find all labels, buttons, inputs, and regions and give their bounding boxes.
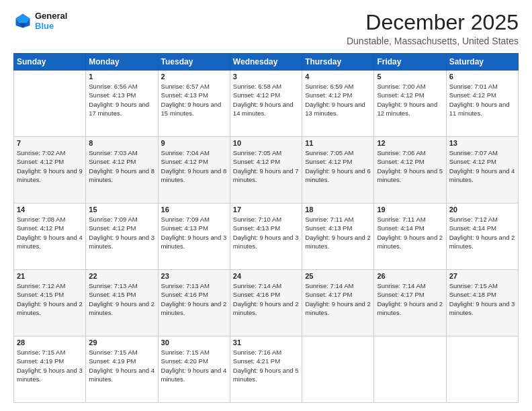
day-number: 22: [89, 272, 154, 280]
day-number: 14: [17, 205, 83, 214]
day-info: Sunrise: 7:05 AMSunset: 4:12 PMDaylight:…: [233, 148, 299, 184]
table-row: 24Sunrise: 7:14 AMSunset: 4:16 PMDayligh…: [230, 270, 302, 336]
logo: General Blue: [13, 11, 67, 31]
table-row: 11Sunrise: 7:05 AMSunset: 4:12 PMDayligh…: [302, 137, 374, 203]
day-number: 10: [233, 139, 299, 147]
calendar-week-row: 1Sunrise: 6:56 AMSunset: 4:13 PMDaylight…: [14, 71, 519, 137]
day-info: Sunrise: 7:14 AMSunset: 4:17 PMDaylight:…: [305, 281, 371, 317]
day-number: 5: [377, 73, 443, 81]
day-info: Sunrise: 7:12 AMSunset: 4:14 PMDaylight:…: [449, 215, 515, 250]
day-info: Sunrise: 7:06 AMSunset: 4:12 PMDaylight:…: [377, 148, 443, 184]
day-number: 4: [305, 73, 371, 81]
day-info: Sunrise: 6:58 AMSunset: 4:12 PMDaylight:…: [233, 82, 299, 118]
col-saturday: Saturday: [446, 54, 518, 71]
calendar-week-row: 14Sunrise: 7:08 AMSunset: 4:12 PMDayligh…: [14, 203, 519, 270]
table-row: [374, 336, 446, 403]
day-number: 30: [161, 338, 227, 347]
table-row: [302, 336, 374, 403]
day-number: 28: [17, 338, 83, 347]
table-row: 21Sunrise: 7:12 AMSunset: 4:15 PMDayligh…: [14, 270, 86, 336]
col-tuesday: Tuesday: [158, 54, 230, 71]
month-title: December 2025: [347, 11, 519, 34]
day-info: Sunrise: 6:56 AMSunset: 4:13 PMDaylight:…: [89, 82, 154, 118]
day-info: Sunrise: 6:57 AMSunset: 4:13 PMDaylight:…: [161, 82, 227, 118]
day-number: 24: [233, 272, 299, 280]
table-row: 20Sunrise: 7:12 AMSunset: 4:14 PMDayligh…: [446, 203, 518, 270]
day-info: Sunrise: 7:14 AMSunset: 4:16 PMDaylight:…: [233, 281, 299, 317]
logo-icon: [13, 11, 32, 30]
col-friday: Friday: [374, 54, 446, 71]
col-thursday: Thursday: [302, 54, 374, 71]
title-block: December 2025 Dunstable, Massachusetts, …: [347, 11, 519, 46]
day-number: 12: [377, 139, 443, 147]
day-info: Sunrise: 7:14 AMSunset: 4:17 PMDaylight:…: [377, 281, 443, 317]
day-number: 16: [161, 205, 227, 214]
table-row: 30Sunrise: 7:15 AMSunset: 4:20 PMDayligh…: [158, 336, 230, 403]
day-info: Sunrise: 7:03 AMSunset: 4:12 PMDaylight:…: [89, 148, 154, 184]
table-row: 22Sunrise: 7:13 AMSunset: 4:15 PMDayligh…: [86, 270, 158, 336]
day-number: 7: [17, 139, 83, 147]
day-info: Sunrise: 7:12 AMSunset: 4:15 PMDaylight:…: [17, 281, 83, 317]
day-info: Sunrise: 7:02 AMSunset: 4:12 PMDaylight:…: [17, 148, 83, 184]
day-number: 15: [89, 205, 154, 214]
location: Dunstable, Massachusetts, United States: [347, 36, 519, 46]
table-row: 4Sunrise: 6:59 AMSunset: 4:12 PMDaylight…: [302, 71, 374, 137]
day-info: Sunrise: 7:15 AMSunset: 4:18 PMDaylight:…: [449, 281, 515, 317]
table-row: 5Sunrise: 7:00 AMSunset: 4:12 PMDaylight…: [374, 71, 446, 137]
table-row: 19Sunrise: 7:11 AMSunset: 4:14 PMDayligh…: [374, 203, 446, 270]
table-row: 10Sunrise: 7:05 AMSunset: 4:12 PMDayligh…: [230, 137, 302, 203]
day-info: Sunrise: 7:09 AMSunset: 4:13 PMDaylight:…: [161, 215, 227, 250]
table-row: 31Sunrise: 7:16 AMSunset: 4:21 PMDayligh…: [230, 336, 302, 403]
header: General Blue December 2025 Dunstable, Ma…: [13, 11, 519, 46]
day-info: Sunrise: 7:04 AMSunset: 4:12 PMDaylight:…: [161, 148, 227, 184]
table-row: 28Sunrise: 7:15 AMSunset: 4:19 PMDayligh…: [14, 336, 86, 403]
day-number: 3: [233, 73, 299, 81]
page: General Blue December 2025 Dunstable, Ma…: [0, 0, 532, 411]
table-row: 16Sunrise: 7:09 AMSunset: 4:13 PMDayligh…: [158, 203, 230, 270]
day-number: 17: [233, 205, 299, 214]
day-number: 31: [233, 338, 299, 347]
day-number: 11: [305, 139, 371, 147]
day-number: 18: [305, 205, 371, 214]
col-monday: Monday: [86, 54, 158, 71]
day-number: 27: [449, 272, 515, 280]
table-row: [14, 71, 86, 137]
col-wednesday: Wednesday: [230, 54, 302, 71]
day-info: Sunrise: 7:11 AMSunset: 4:13 PMDaylight:…: [305, 215, 371, 250]
day-info: Sunrise: 7:08 AMSunset: 4:12 PMDaylight:…: [17, 215, 83, 250]
day-number: 25: [305, 272, 371, 280]
day-info: Sunrise: 7:10 AMSunset: 4:13 PMDaylight:…: [233, 215, 299, 250]
table-row: 29Sunrise: 7:15 AMSunset: 4:19 PMDayligh…: [86, 336, 158, 403]
day-info: Sunrise: 7:13 AMSunset: 4:15 PMDaylight:…: [89, 281, 154, 317]
table-row: 2Sunrise: 6:57 AMSunset: 4:13 PMDaylight…: [158, 71, 230, 137]
day-info: Sunrise: 7:09 AMSunset: 4:12 PMDaylight:…: [89, 215, 154, 250]
day-number: 19: [377, 205, 443, 214]
table-row: 3Sunrise: 6:58 AMSunset: 4:12 PMDaylight…: [230, 71, 302, 137]
day-info: Sunrise: 7:07 AMSunset: 4:12 PMDaylight:…: [449, 148, 515, 184]
table-row: 23Sunrise: 7:13 AMSunset: 4:16 PMDayligh…: [158, 270, 230, 336]
day-info: Sunrise: 7:00 AMSunset: 4:12 PMDaylight:…: [377, 82, 443, 118]
day-info: Sunrise: 7:11 AMSunset: 4:14 PMDaylight:…: [377, 215, 443, 250]
table-row: 8Sunrise: 7:03 AMSunset: 4:12 PMDaylight…: [86, 137, 158, 203]
day-info: Sunrise: 6:59 AMSunset: 4:12 PMDaylight:…: [305, 82, 371, 118]
day-number: 13: [449, 139, 515, 147]
day-number: 2: [161, 73, 227, 81]
day-number: 26: [377, 272, 443, 280]
table-row: 27Sunrise: 7:15 AMSunset: 4:18 PMDayligh…: [446, 270, 518, 336]
day-info: Sunrise: 7:15 AMSunset: 4:19 PMDaylight:…: [89, 348, 154, 383]
table-row: 17Sunrise: 7:10 AMSunset: 4:13 PMDayligh…: [230, 203, 302, 270]
calendar-week-row: 28Sunrise: 7:15 AMSunset: 4:19 PMDayligh…: [14, 336, 519, 403]
day-number: 20: [449, 205, 515, 214]
table-row: 14Sunrise: 7:08 AMSunset: 4:12 PMDayligh…: [14, 203, 86, 270]
day-number: 23: [161, 272, 227, 280]
day-info: Sunrise: 7:13 AMSunset: 4:16 PMDaylight:…: [161, 281, 227, 317]
calendar-header-row: Sunday Monday Tuesday Wednesday Thursday…: [14, 54, 519, 71]
calendar-table: Sunday Monday Tuesday Wednesday Thursday…: [13, 53, 519, 403]
day-info: Sunrise: 7:16 AMSunset: 4:21 PMDaylight:…: [233, 348, 299, 383]
logo-text: General Blue: [35, 11, 67, 31]
table-row: 9Sunrise: 7:04 AMSunset: 4:12 PMDaylight…: [158, 137, 230, 203]
col-sunday: Sunday: [14, 54, 86, 71]
table-row: 13Sunrise: 7:07 AMSunset: 4:12 PMDayligh…: [446, 137, 518, 203]
table-row: 1Sunrise: 6:56 AMSunset: 4:13 PMDaylight…: [86, 71, 158, 137]
day-number: 1: [89, 73, 154, 81]
